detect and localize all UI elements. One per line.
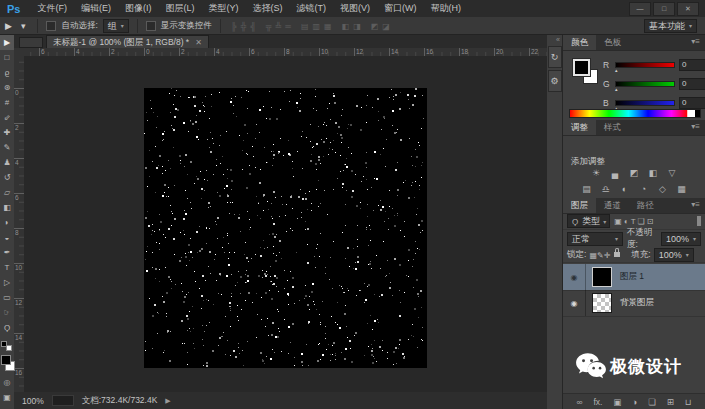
filter-smart-objects-icon[interactable]: ⊡: [646, 217, 655, 226]
auto-select-checkbox[interactable]: [46, 21, 56, 31]
history-panel-icon[interactable]: ↻: [548, 46, 562, 68]
align-distribute-icon[interactable]: ▤: [299, 22, 311, 31]
tool-preset-dropdown-icon[interactable]: ▾: [17, 20, 30, 32]
exposure-icon[interactable]: ◧: [647, 167, 660, 179]
menu-item-类型(Y)[interactable]: 类型(Y): [201, 2, 245, 14]
tab-颜色[interactable]: 颜色: [563, 35, 596, 50]
auto-select-dropdown[interactable]: 组 ▾: [103, 19, 129, 33]
menu-item-滤镜(T)[interactable]: 滤镜(T): [289, 2, 333, 14]
menu-item-窗口(W)[interactable]: 窗口(W): [377, 2, 424, 14]
eye-icon[interactable]: ◉: [571, 299, 578, 308]
document-tab[interactable]: 未标题-1 @ 100% (图层 1, RGB/8) * ✕: [46, 35, 209, 49]
dodge-tool[interactable]: ◒: [0, 230, 14, 245]
pen-tool[interactable]: ✒: [0, 245, 14, 260]
blur-tool[interactable]: ◗: [0, 215, 14, 230]
panel-menu-icon[interactable]: ▾≡: [686, 198, 705, 213]
vibrance-icon[interactable]: ▽: [666, 167, 679, 179]
filter-on-off-toggle[interactable]: [697, 216, 701, 226]
tab-调整[interactable]: 调整: [563, 120, 596, 135]
lasso-tool[interactable]: ϱ: [0, 65, 14, 80]
screen-mode-button[interactable]: ▣: [0, 390, 14, 405]
expand-dock-icon[interactable]: «: [547, 35, 562, 44]
channel-value-B[interactable]: 0: [679, 97, 705, 109]
lock-pixels-icon[interactable]: ✎: [597, 251, 604, 260]
blend-mode-dropdown[interactable]: 正常 ▾: [567, 232, 623, 246]
show-transform-checkbox[interactable]: [146, 21, 156, 31]
channel-value-R[interactable]: 0: [679, 59, 705, 71]
properties-panel-icon[interactable]: ⚙: [548, 70, 562, 92]
move-tool[interactable]: ▶: [0, 35, 14, 50]
new-layer-button[interactable]: ⊞: [667, 397, 674, 407]
opacity-field[interactable]: 100% ▾: [661, 232, 701, 246]
slider-thumb-icon[interactable]: ▴: [615, 67, 618, 73]
filter-adjustment-layers-icon[interactable]: ◐: [623, 217, 630, 226]
align-distribute-icon[interactable]: ▥: [310, 22, 322, 31]
filter-type-layers-icon[interactable]: T: [630, 217, 637, 226]
align-distribute-icon[interactable]: ╠: [229, 22, 239, 31]
delete-layer-button[interactable]: ⊔: [685, 397, 692, 407]
layer-thumbnail[interactable]: [592, 293, 612, 313]
color-lookup-icon[interactable]: ▦: [675, 183, 688, 195]
document-size-info[interactable]: 文档:732.4K/732.4K: [82, 395, 158, 407]
fill-field[interactable]: 100% ▾: [654, 248, 694, 262]
close-button[interactable]: ✕: [677, 2, 699, 16]
canvas-noise-image[interactable]: [144, 88, 427, 368]
color-spectrum-ramp[interactable]: [569, 109, 701, 118]
move-tool-option-icon[interactable]: ▶: [5, 21, 12, 31]
align-distribute-icon[interactable]: ◨: [351, 22, 363, 31]
tab-色板[interactable]: 色板: [596, 35, 629, 50]
history-brush-tool[interactable]: ↺: [0, 170, 14, 185]
status-popup-arrow-icon[interactable]: ▶: [165, 397, 170, 405]
hand-tool[interactable]: ☞: [0, 305, 14, 320]
hue-saturation-icon[interactable]: ▤: [580, 183, 593, 195]
curves-icon[interactable]: ◩: [628, 167, 641, 179]
new-group-button[interactable]: ❏: [648, 397, 656, 407]
workspace-switcher[interactable]: 基本功能 ▾: [644, 19, 697, 33]
crop-tool[interactable]: #: [0, 95, 14, 110]
align-distribute-icon[interactable]: ◧: [340, 22, 352, 31]
tab-通道[interactable]: 通道: [596, 198, 629, 213]
foreground-color-swatch[interactable]: [1, 355, 11, 365]
add-mask-button[interactable]: ▣: [613, 397, 621, 407]
layer-thumbnail[interactable]: [592, 267, 612, 287]
zoom-tool[interactable]: Ϙ: [0, 320, 14, 335]
new-adjustment-layer-button[interactable]: ◑: [632, 397, 637, 407]
menu-item-编辑(E)[interactable]: 编辑(E): [74, 2, 118, 14]
panel-foreground-swatch[interactable]: [573, 59, 590, 76]
channel-slider-B[interactable]: ▴: [615, 100, 675, 106]
align-distribute-icon[interactable]: ╬: [239, 22, 249, 31]
align-distribute-icon[interactable]: ╦: [264, 22, 274, 31]
lock-transparent-icon[interactable]: ▦: [589, 251, 597, 260]
color-balance-icon[interactable]: ♎: [599, 183, 612, 195]
layer-filter-type-dropdown[interactable]: Ϙ 类型 ▾: [567, 214, 610, 228]
menu-item-图像(I)[interactable]: 图像(I): [118, 2, 159, 14]
tab-图层[interactable]: 图层: [563, 198, 596, 213]
visibility-cell[interactable]: ◉: [563, 290, 586, 316]
channel-slider-G[interactable]: ▴: [615, 81, 675, 87]
path-selection-tool[interactable]: ▷: [0, 275, 14, 290]
align-distribute-icon[interactable]: ═: [283, 22, 293, 31]
filter-pixel-layers-icon[interactable]: ▣: [613, 217, 623, 226]
link-layers-button[interactable]: ∞: [576, 397, 582, 407]
tab-样式[interactable]: 样式: [596, 120, 629, 135]
menu-item-视图(V)[interactable]: 视图(V): [333, 2, 377, 14]
slider-thumb-icon[interactable]: ▴: [615, 86, 618, 92]
visibility-cell[interactable]: ◉: [563, 264, 586, 290]
levels-icon[interactable]: ▄: [609, 167, 622, 179]
layer-row[interactable]: ◉背景图层: [563, 290, 705, 317]
brush-tool[interactable]: ✎: [0, 140, 14, 155]
mini-background-swatch[interactable]: [6, 345, 12, 351]
panel-menu-icon[interactable]: ▾≡: [686, 120, 705, 135]
lock-all-icon[interactable]: [614, 252, 620, 257]
maximize-button[interactable]: □: [653, 2, 675, 16]
close-tab-icon[interactable]: ✕: [195, 38, 202, 47]
minimize-button[interactable]: —: [629, 2, 651, 16]
lock-position-icon[interactable]: ✛: [604, 251, 611, 260]
tab-scroll-box[interactable]: [19, 37, 43, 48]
photo-filter-icon[interactable]: ◔: [637, 183, 650, 195]
align-distribute-icon[interactable]: ╣: [248, 22, 258, 31]
clone-stamp-tool[interactable]: ♟: [0, 155, 14, 170]
tab-路径[interactable]: 路径: [629, 198, 662, 213]
eyedropper-tool[interactable]: ⇙: [0, 110, 14, 125]
channel-value-G[interactable]: 0: [679, 78, 705, 90]
